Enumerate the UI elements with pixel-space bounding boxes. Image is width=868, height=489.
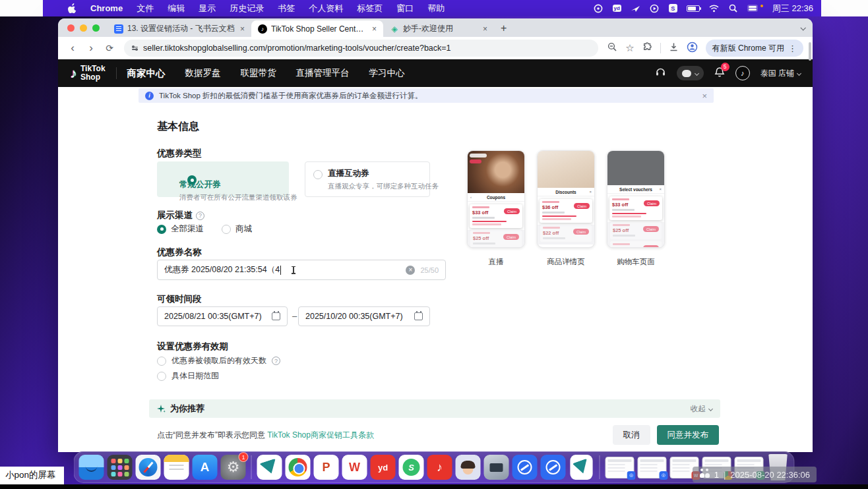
coupon-type-option-live[interactable]: 直播互动券 直播观众专享，可绑定多种互动任务 [305, 161, 430, 197]
tab-close-icon[interactable]: × [239, 24, 246, 34]
cancel-button[interactable]: 取消 [613, 425, 650, 445]
dock-screenshot-app-icon[interactable] [484, 455, 509, 480]
apple-menu-icon[interactable] [68, 3, 77, 13]
terms-link[interactable]: TikTok Shop商家促销工具条款 [267, 430, 374, 440]
nav-data-compass[interactable]: 数据罗盘 [185, 67, 221, 80]
dock-chrome-icon[interactable] [286, 455, 311, 480]
dock-safari-icon[interactable] [136, 455, 161, 480]
dock-wps-icon[interactable]: W [342, 455, 367, 480]
dock-teal-app-icon[interactable] [570, 455, 592, 480]
help-icon[interactable]: ? [272, 357, 280, 365]
radio-selected-icon[interactable] [157, 225, 166, 234]
menubar-help[interactable]: 帮助 [427, 3, 445, 14]
menubar-file[interactable]: 文件 [137, 3, 154, 14]
nav-affiliate[interactable]: 联盟带货 [241, 67, 276, 80]
forward-button[interactable]: › [83, 42, 99, 55]
clear-input-icon[interactable]: × [406, 266, 415, 275]
control-center-icon[interactable] [747, 5, 758, 12]
minimized-window-1[interactable]: ◎ [605, 457, 635, 478]
dock-blue-app-icon-2[interactable] [541, 455, 566, 480]
dock-launchpad-icon[interactable] [108, 455, 133, 480]
nav-seller-home[interactable]: 商家中心 [127, 67, 166, 80]
menubar-profiles[interactable]: 个人资料 [309, 3, 343, 14]
radio-unselected-icon[interactable] [157, 357, 166, 366]
site-info-icon[interactable] [132, 47, 138, 50]
menubar-history[interactable]: 历史记录 [230, 3, 264, 14]
scrollbar[interactable] [809, 42, 811, 61]
calendar-icon[interactable] [272, 312, 280, 320]
store-switcher[interactable]: 泰国 店铺 [760, 68, 801, 79]
notifications-button[interactable]: 5 [714, 67, 725, 80]
tab-tiktok-seller-center[interactable]: ♪ TikTok Shop Seller Center | C × [251, 20, 383, 37]
new-tab-button[interactable]: + [494, 22, 513, 37]
validity-option-days[interactable]: 优惠券被领取后的有效天数 ? [157, 355, 280, 366]
loom-status-icon[interactable] [594, 3, 604, 13]
browser-menu-dots-icon[interactable]: ⋮ [788, 43, 797, 53]
channel-option-mall[interactable]: 商城 [222, 223, 252, 235]
dock-youdao-icon[interactable]: yd [371, 455, 396, 480]
dock-appstore-icon[interactable]: A [193, 455, 218, 480]
banner-close-icon[interactable]: × [702, 91, 707, 101]
validity-option-range[interactable]: 具体日期范围 [157, 370, 219, 382]
back-button[interactable]: ‹ [65, 42, 80, 55]
dock-blue-app-icon-1[interactable] [512, 455, 538, 480]
end-date-input[interactable]: 2025/10/20 00:35(GMT+7) [298, 306, 430, 326]
calendar-icon[interactable] [414, 312, 423, 320]
bookmark-star-icon[interactable]: ☆ [625, 42, 634, 54]
spotlight-search-icon[interactable] [728, 3, 738, 13]
tab-miaoshou[interactable]: ◈ 妙手-欢迎使用 × [383, 20, 494, 37]
menubar-tabs[interactable]: 标签页 [357, 3, 383, 14]
play-status-icon[interactable] [650, 3, 660, 13]
dock-netease-music-icon[interactable]: ♪ [427, 455, 452, 480]
start-date-input[interactable]: 2025/08/21 00:35(GMT+7) [157, 306, 288, 326]
dock-finder-icon[interactable] [79, 455, 104, 480]
radio-unselected-icon[interactable] [313, 170, 323, 179]
tab-close-icon[interactable]: × [481, 24, 489, 34]
dock-avatar-app-icon[interactable] [456, 455, 481, 480]
reload-button[interactable]: ⟳ [102, 43, 117, 53]
store-avatar[interactable]: ♪ [735, 66, 750, 80]
tab-close-icon[interactable]: × [371, 24, 378, 34]
coupon-type-option-regular[interactable]: 常规公开券 消费者可在所有公开流量渠道领取该券 [157, 161, 289, 197]
collapse-button[interactable]: 收起 [691, 404, 712, 414]
tab-overflow-chevron-icon[interactable] [801, 21, 805, 33]
dock-settings-icon[interactable]: ⚙1 [221, 455, 246, 480]
menubar-window[interactable]: 窗口 [396, 3, 414, 14]
headset-support-icon[interactable] [655, 67, 666, 80]
menubar-clock[interactable]: 周三 22:36 [772, 3, 813, 14]
minimized-window-2[interactable]: ◎ [638, 457, 667, 478]
chat-messages-button[interactable] [677, 66, 704, 80]
channel-option-all[interactable]: 全部渠道 [157, 223, 204, 235]
address-bar[interactable]: seller.tiktokshopglobalselling.com/promo… [124, 40, 598, 57]
shottr-status-icon[interactable]: S [669, 4, 677, 13]
radio-unselected-icon[interactable] [222, 225, 231, 234]
profile-icon[interactable] [687, 42, 698, 55]
close-window-button[interactable] [67, 24, 75, 32]
tiktok-shop-logo[interactable]: ♪ TikTokShop [70, 65, 106, 81]
menubar-view[interactable]: 显示 [199, 3, 216, 14]
bird-status-icon[interactable] [631, 3, 640, 13]
menubar-edit[interactable]: 编辑 [168, 3, 185, 14]
radio-selected-icon[interactable] [187, 175, 197, 185]
zoom-window-button[interactable] [92, 24, 100, 32]
publish-button[interactable]: 同意并发布 [657, 425, 720, 445]
zoom-out-icon[interactable] [607, 42, 617, 55]
radio-unselected-icon[interactable] [157, 372, 166, 381]
download-icon[interactable] [669, 42, 679, 55]
wifi-icon[interactable] [709, 3, 719, 13]
recommend-bar[interactable]: 为你推荐 收起 [149, 399, 720, 418]
dock-blue-bird-app-icon[interactable] [257, 455, 282, 480]
menubar-bookmarks[interactable]: 书签 [278, 3, 295, 14]
coupon-name-input[interactable]: 优惠券 2025/08/20 21:35:54（4 × 25/50 [157, 260, 446, 280]
chrome-update-button[interactable]: 有新版 Chrome 可用 ⋮ [706, 40, 803, 57]
dock-soul-icon[interactable]: S [399, 455, 424, 480]
minimize-window-button[interactable] [80, 24, 87, 32]
extensions-icon[interactable] [642, 42, 652, 55]
nav-live-management[interactable]: 直播管理平台 [296, 67, 350, 80]
dock-powerpoint-icon[interactable]: P [314, 455, 339, 480]
tab-feishu-doc[interactable]: 13. 设置促销活动 - 飞书云文档 × [108, 20, 251, 37]
youdao-status-icon[interactable]: yd [613, 5, 621, 12]
dock-notes-icon[interactable] [164, 455, 189, 480]
nav-learning-center[interactable]: 学习中心 [369, 67, 405, 80]
help-icon[interactable]: ? [196, 212, 204, 220]
